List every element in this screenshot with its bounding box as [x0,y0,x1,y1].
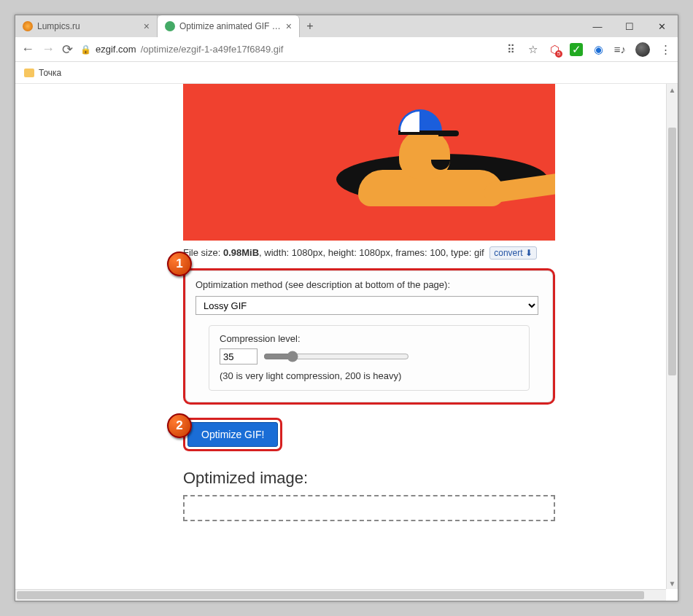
window-controls: — ☐ ✕ [581,15,678,37]
scroll-thumb[interactable] [668,128,676,375]
file-info-mid: , width: 1080px, height: 1080px, frames:… [259,247,484,258]
tab-title: Lumpics.ru [37,21,139,31]
compression-settings: Compression level: (30 is very light com… [209,325,530,391]
extension-globe-icon[interactable]: ◉ [592,43,605,56]
forward-button[interactable]: → [42,42,55,57]
reading-list-icon[interactable]: ≡♪ [613,43,627,56]
scroll-thumb[interactable] [17,591,644,599]
compression-level-input[interactable] [220,348,258,364]
toolbar-right: ⠿ ☆ ⬡5 ✓ ◉ ≡♪ ⋮ [504,42,672,57]
window-close-button[interactable]: ✕ [646,15,678,37]
translate-icon[interactable]: ⠿ [504,43,517,56]
scroll-up-arrow-icon[interactable]: ▲ [667,84,678,95]
reload-button[interactable]: ⟳ [62,42,73,58]
vertical-scrollbar[interactable]: ▲ ▼ [666,84,678,589]
optimize-button-highlight: Optimize GIF! [183,418,282,451]
tab-title: Optimize animated GIF - gif-ma… [179,21,282,31]
address-bar[interactable]: 🔒 ezgif.com/optimize/ezgif-1-a49fe17f684… [80,44,491,55]
file-info-line: File size: 0.98MiB, width: 1080px, heigh… [183,246,678,260]
download-icon: ⬇ [525,248,533,258]
extension-check-icon[interactable]: ✓ [570,43,583,56]
titlebar: Lumpics.ru × Optimize animated GIF - gif… [15,15,678,37]
folder-icon [24,69,34,77]
maximize-button[interactable]: ☐ [613,15,646,37]
bookmark-item[interactable]: Точка [39,68,61,78]
close-icon[interactable]: × [286,20,292,32]
favicon-lumpics [23,21,33,31]
bookmark-star-icon[interactable]: ☆ [526,43,539,56]
scroll-down-arrow-icon[interactable]: ▼ [667,577,678,589]
favicon-ezgif [165,21,175,31]
horizontal-scrollbar[interactable] [15,589,666,601]
browser-window: Lumpics.ru × Optimize animated GIF - gif… [15,15,678,601]
page-viewport: File size: 0.98MiB, width: 1080px, heigh… [15,84,678,601]
tab-ezgif[interactable]: Optimize animated GIF - gif-ma… × [158,15,300,37]
browser-toolbar: ← → ⟳ 🔒 ezgif.com/optimize/ezgif-1-a49fe… [15,37,678,62]
optimization-method-label: Optimization method (see description at … [195,279,543,290]
profile-avatar[interactable] [635,42,650,57]
optimization-method-select[interactable]: Lossy GIF [195,296,538,315]
annotation-marker-1: 1 [167,252,192,276]
bookmarks-bar: Точка [15,62,678,84]
compression-level-label: Compression level: [220,333,519,344]
optimized-image-placeholder [183,495,555,521]
extension-shield-icon[interactable]: ⬡5 [548,43,561,56]
menu-icon[interactable]: ⋮ [659,43,672,56]
close-icon[interactable]: × [144,20,150,32]
url-host: ezgif.com [96,44,136,55]
back-button[interactable]: ← [21,42,34,57]
compression-level-slider[interactable] [263,351,409,362]
optimized-image-heading: Optimized image: [183,469,678,488]
gif-preview-image [183,84,555,241]
minimize-button[interactable]: — [581,15,613,37]
tab-lumpics[interactable]: Lumpics.ru × [15,15,158,37]
optimization-settings-box: Optimization method (see description at … [183,268,555,405]
url-path: /optimize/ezgif-1-a49fe17f6849.gif [141,44,284,55]
optimize-button[interactable]: Optimize GIF! [187,422,278,447]
file-size: 0.98MiB [223,247,259,258]
annotation-marker-2: 2 [167,413,192,438]
compression-note: (30 is very light compression, 200 is he… [220,370,401,381]
convert-button[interactable]: convert ⬇ [489,246,536,260]
lock-icon: 🔒 [80,44,91,55]
badge: 5 [555,50,562,58]
page-scroll[interactable]: File size: 0.98MiB, width: 1080px, heigh… [15,84,678,601]
new-tab-button[interactable]: + [300,15,320,37]
